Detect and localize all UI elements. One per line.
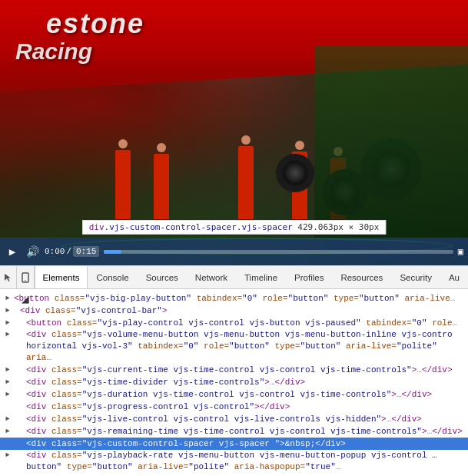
expand-arrow[interactable]: ► <box>3 413 12 425</box>
inspect-element-button[interactable] <box>0 266 17 288</box>
selected-code-line[interactable]: ► <div class="vjs-custom-control-spacer … <box>0 438 468 450</box>
tab-sources[interactable]: Sources <box>138 266 187 288</box>
mobile-icon <box>20 272 31 283</box>
code-line[interactable]: ► <div class="vjs-current-time vjs-time-… <box>0 364 468 376</box>
racing-brand-text: Racing <box>15 38 92 65</box>
code-content: <div class="vjs-control-bar"> <box>20 305 167 317</box>
code-content: <div class="vjs-progress-control vjs-con… <box>26 401 290 413</box>
progress-fill <box>104 250 121 254</box>
expand-arrow[interactable]: ► <box>3 450 12 461</box>
tab-profiles[interactable]: Profiles <box>286 266 332 288</box>
device-mode-button[interactable] <box>17 266 34 288</box>
code-line[interactable]: ► <div class="vjs-time-divider vjs-time-… <box>0 376 468 388</box>
code-line[interactable]: ► <div class="vjs-duration vjs-time-cont… <box>0 388 468 401</box>
tab-elements[interactable]: Elements <box>35 266 88 288</box>
video-thumbnail: estone Racing <box>0 0 468 265</box>
expand-arrow[interactable]: ► <box>3 305 12 317</box>
code-line[interactable]: ► <div class="vjs-remaining-time vjs-tim… <box>0 425 468 438</box>
tab-console[interactable]: Console <box>88 266 137 288</box>
current-time: 0:00 <box>45 247 65 256</box>
code-line[interactable]: ► <div class="vjs-control-bar"> <box>0 305 468 317</box>
code-content: <button class="vjs-play-control vjs-cont… <box>26 317 457 329</box>
progress-bar[interactable] <box>104 250 453 254</box>
video-player: estone Racing div.vjs-custom-control-spa… <box>0 0 468 265</box>
time-display: 0:00 / 0:15 <box>45 246 99 257</box>
code-content: <div class="vjs-volume-menu-button vjs-m… <box>26 329 465 364</box>
fullscreen-button[interactable]: ▣ <box>458 246 463 258</box>
code-line[interactable]: ► <div class="vjs-playback-rate vjs-menu… <box>0 450 468 473</box>
expand-arrow[interactable]: ► <box>3 292 12 305</box>
code-line[interactable]: ► <div class="vjs-volume-menu-button vjs… <box>0 329 468 364</box>
code-line[interactable]: ► <button class="vjs-play-control vjs-co… <box>0 317 468 329</box>
tab-security[interactable]: Security <box>391 266 440 288</box>
expand-arrow[interactable]: ► <box>3 364 12 376</box>
play-button[interactable]: ▶ <box>5 244 20 259</box>
expand-arrow[interactable]: ► <box>3 388 12 401</box>
code-content: <div class="vjs-custom-control-spacer vj… <box>26 438 346 450</box>
code-content: <button class="vjs-big-play-button" tabi… <box>14 292 455 305</box>
tab-timeline[interactable]: Timeline <box>236 266 286 288</box>
code-content: <div class="vjs-time-divider vjs-time-co… <box>26 376 305 388</box>
expand-arrow[interactable]: ► <box>3 425 12 438</box>
devtools-code-view[interactable]: ► <button class="vjs-big-play-button" ta… <box>0 289 468 476</box>
tab-resources[interactable]: Resources <box>332 266 391 288</box>
tab-network[interactable]: Network <box>187 266 236 288</box>
code-content: <div class="vjs-duration vjs-time-contro… <box>26 388 432 401</box>
expand-arrow[interactable]: ► <box>3 317 12 329</box>
code-line[interactable]: ► <button class="vjs-big-play-button" ta… <box>0 292 468 305</box>
tab-audit[interactable]: Au <box>440 266 468 288</box>
firestone-brand-text: estone <box>46 8 144 40</box>
duration-time: 0:15 <box>73 246 99 257</box>
code-line[interactable]: ► <div class="vjs-live-control vjs-contr… <box>0 413 468 425</box>
svg-point-1 <box>25 280 26 281</box>
time-separator: / <box>66 247 71 256</box>
code-content: <div class="vjs-current-time vjs-time-co… <box>26 364 453 376</box>
volume-button[interactable]: 🔊 <box>25 244 40 259</box>
expand-arrow[interactable]: ► <box>3 376 12 388</box>
cursor-icon <box>3 272 14 283</box>
code-content: <div class="vjs-playback-rate vjs-menu-b… <box>26 450 465 473</box>
devtools-panel: Elements Console Sources Network Timelin… <box>0 265 468 476</box>
expand-arrow[interactable]: ► <box>3 329 12 341</box>
code-content: <div class="vjs-live-control vjs-control… <box>26 413 422 425</box>
devtools-toolbar: Elements Console Sources Network Timelin… <box>0 266 468 289</box>
video-controls-bar: ▶ 🔊 0:00 / 0:15 ▣ <box>0 238 468 265</box>
code-line[interactable]: ► <div class="vjs-progress-control vjs-c… <box>0 401 468 413</box>
code-content: <div class="vjs-remaining-time vjs-time-… <box>26 425 463 438</box>
